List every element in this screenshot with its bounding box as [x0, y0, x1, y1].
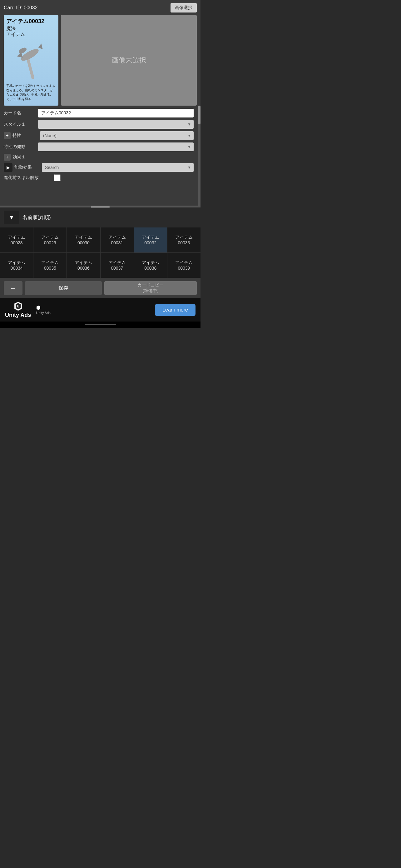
divider-line-3: [91, 208, 110, 208]
card-name-input[interactable]: [38, 109, 194, 118]
svg-marker-4: [38, 43, 42, 49]
svg-text:U: U: [17, 305, 19, 308]
passive-effect-select[interactable]: Search: [42, 163, 194, 172]
top-section: Card ID: 00032 画像選択 アイテム00032 魔法 アイテム: [0, 0, 201, 105]
sort-bar: ▼ 名前順(昇順): [0, 208, 201, 227]
style1-label: スタイル１: [4, 122, 38, 127]
home-indicator: [0, 321, 201, 328]
style1-row: スタイル１ ▼: [4, 120, 197, 129]
trait-select-wrapper: (None) ▼: [40, 131, 194, 140]
card-name-row: カード名: [4, 109, 197, 118]
passive-effect-select-wrapper: Search ▼: [42, 163, 194, 172]
copy-button[interactable]: カードコピー(準備中): [104, 281, 197, 295]
grid-cell-00030[interactable]: アイテム00030: [67, 227, 100, 252]
effect1-label: 効果１: [12, 154, 40, 160]
passive-effect-row: ▶ 能動効果 Search ▼: [4, 163, 197, 172]
sort-dropdown-button[interactable]: ▼: [4, 211, 20, 224]
grid-row-2: アイテム00034 アイテム00035 アイテム00036 アイテム00037 …: [0, 253, 201, 278]
empty-space: [4, 184, 197, 203]
learn-more-button[interactable]: Learn more: [155, 304, 196, 316]
sort-dropdown-arrow-icon: ▼: [9, 214, 14, 221]
card-preview-row: アイテム00032 魔法 アイテム 手札のカードを2枚トラッシュするなら使える。…: [4, 15, 197, 105]
bottom-bar: ← 保存 カードコピー(準備中): [0, 278, 201, 298]
unity-logo-area: U Unity Ads: [5, 301, 31, 318]
grid-cell-00028[interactable]: アイテム00028: [0, 227, 33, 252]
back-button[interactable]: ←: [4, 281, 23, 295]
trait-trigger-select[interactable]: [38, 143, 194, 151]
pickaxe-icon: [14, 40, 48, 81]
ad-banner: U Unity Ads Unity Ads Learn more: [0, 298, 201, 321]
image-unselected-text: 画像未選択: [112, 56, 146, 65]
image-select-button[interactable]: 画像選択: [170, 3, 197, 12]
unity-small-icon: [36, 305, 41, 310]
grid-cell-00039[interactable]: アイテム00039: [167, 253, 201, 278]
trait-trigger-label: 特性の発動: [4, 144, 38, 150]
image-unselected-area: 画像未選択: [61, 15, 197, 105]
grid-cell-00029[interactable]: アイテム00029: [33, 227, 67, 252]
card-header: Card ID: 00032 画像選択: [4, 3, 197, 12]
card-name-label: カード名: [4, 110, 38, 116]
grid-cell-00031[interactable]: アイテム00031: [101, 227, 134, 252]
unity-sub-label: Unity Ads: [36, 311, 50, 315]
grid-cell-00036[interactable]: アイテム00036: [67, 253, 100, 278]
grid-cell-00034[interactable]: アイテム00034: [0, 253, 33, 278]
passive-effect-play-button[interactable]: ▶: [4, 163, 12, 172]
svg-rect-0: [26, 58, 35, 80]
sort-label: 名前順(昇順): [23, 214, 51, 221]
card-image-area: [6, 39, 56, 83]
card-grid: アイテム00028 アイテム00029 アイテム00030 アイテム00031 …: [0, 227, 201, 278]
grid-cell-00033[interactable]: アイテム00033: [167, 227, 201, 252]
skill-release-checkbox[interactable]: [54, 174, 61, 181]
form-section: カード名 スタイル１ ▼ + 特性 (None) ▼ 特性の発動 ▼: [0, 105, 201, 206]
card-id-label: Card ID: 00032: [4, 5, 38, 11]
skill-release-label: 進化前スキル解放: [4, 175, 54, 181]
card-preview-description: 手札のカードを2枚トラッシュするなら使える。山札のモンスターから１枚まで選び、手…: [6, 84, 56, 101]
back-arrow-icon: ←: [10, 285, 16, 292]
home-bar: [85, 324, 116, 325]
trait-label: 特性: [12, 133, 40, 138]
card-preview-type1: 魔法: [6, 26, 56, 32]
unity-shield-icon: U: [13, 301, 23, 311]
trait-row: + 特性 (None) ▼: [4, 131, 197, 140]
scrollbar[interactable]: [198, 105, 201, 206]
unity-ads-label: Unity Ads: [5, 312, 31, 318]
copy-label: カードコピー(準備中): [137, 282, 164, 293]
card-preview: アイテム00032 魔法 アイテム 手札のカードを2枚トラッシュするなら使える。…: [4, 15, 58, 105]
card-preview-title: アイテム00032: [6, 18, 56, 25]
grid-cell-00037[interactable]: アイテム00037: [101, 253, 134, 278]
card-preview-type2: アイテム: [6, 32, 56, 37]
style1-select[interactable]: [38, 120, 194, 129]
grid-row-1: アイテム00028 アイテム00029 アイテム00030 アイテム00031 …: [0, 227, 201, 253]
svg-marker-8: [37, 306, 40, 310]
save-button[interactable]: 保存: [25, 281, 102, 295]
effect1-plus-button[interactable]: +: [4, 154, 11, 161]
unity-sub-area: Unity Ads: [36, 305, 50, 315]
grid-cell-00035[interactable]: アイテム00035: [33, 253, 67, 278]
style1-select-wrapper: ▼: [38, 120, 194, 129]
trait-plus-button[interactable]: +: [4, 132, 11, 139]
trait-trigger-select-wrapper: ▼: [38, 143, 194, 151]
divider-line-2: [91, 206, 110, 207]
scrollbar-thumb[interactable]: [198, 105, 201, 124]
effect1-row: + 効果１: [4, 154, 197, 161]
skill-release-row: 進化前スキル解放: [4, 174, 197, 181]
passive-effect-label: 能動効果: [14, 165, 42, 170]
grid-cell-00038[interactable]: アイテム00038: [134, 253, 167, 278]
grid-cell-00032[interactable]: アイテム00032: [134, 227, 167, 252]
trait-select[interactable]: (None): [40, 131, 194, 140]
trait-trigger-row: 特性の発動 ▼: [4, 143, 197, 151]
